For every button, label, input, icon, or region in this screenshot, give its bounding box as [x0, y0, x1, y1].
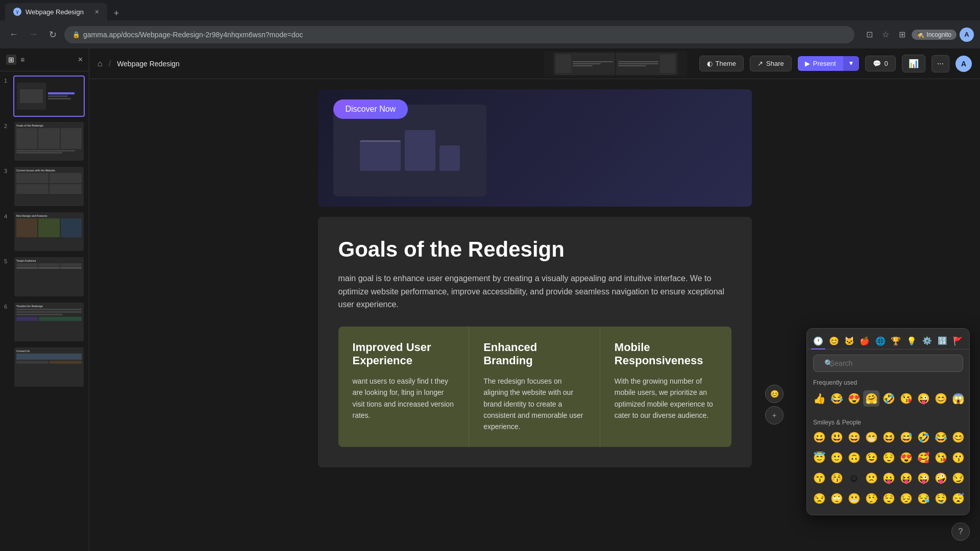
emoji-cat-recent[interactable]: 🕐	[811, 333, 825, 349]
present-dropdown-button[interactable]: ▼	[843, 56, 860, 71]
emoji-squinting[interactable]: 😝	[898, 470, 914, 486]
emoji-zany[interactable]: 🤪	[933, 470, 949, 486]
help-button[interactable]: ?	[951, 522, 970, 541]
active-tab[interactable]: γ Webpage Redesign ×	[5, 3, 107, 20]
emoji-pensive[interactable]: 😔	[898, 490, 914, 507]
emoji-rofl[interactable]: 🤣	[880, 390, 897, 407]
sidebar-slide-contact[interactable]: Contact Us	[4, 346, 85, 388]
emoji-relieved2[interactable]: 😌	[880, 490, 897, 507]
emoji-sweat[interactable]: 😅	[898, 429, 914, 445]
emoji-cat-objects[interactable]: 💡	[904, 333, 918, 349]
emoji-frown[interactable]: 🙁	[863, 470, 879, 486]
emoji-tongue[interactable]: 😛	[880, 470, 897, 486]
emoji-wink[interactable]: 😉	[863, 449, 879, 466]
sidebar-slide-5[interactable]: 5 Target Audience	[4, 256, 85, 297]
emoji-grimace[interactable]: 😬	[846, 490, 862, 507]
emoji-relaxed[interactable]: ☺️	[846, 470, 862, 486]
home-button[interactable]: ⌂	[97, 59, 103, 68]
emoji-kissing[interactable]: 😘	[898, 390, 914, 407]
breadcrumb-separator: /	[109, 59, 111, 68]
emoji-hugging[interactable]: 🤗	[863, 390, 879, 407]
theme-button[interactable]: ◐ Theme	[699, 56, 744, 71]
cta-button[interactable]: Discover Now	[333, 99, 408, 119]
sidebar-slide-3[interactable]: 3 Current Issues with the Website	[4, 166, 85, 207]
feature-card-1: Improved User Experience want users to e…	[338, 327, 470, 447]
emoji-slightly-smile[interactable]: 🙂	[828, 449, 845, 466]
emoji-sleeping[interactable]: 😴	[950, 490, 966, 507]
share-button[interactable]: ↗ Share	[750, 56, 792, 71]
present-button[interactable]: ▶ Present	[798, 56, 843, 71]
profile-avatar[interactable]: A	[960, 28, 974, 42]
emoji-kissing4[interactable]: 😙	[811, 470, 827, 486]
sidebar: ⊞ ≡ × 1	[0, 48, 89, 551]
emoji-kissing3[interactable]: 😗	[950, 449, 966, 466]
emoji-thumbsup[interactable]: 👍	[811, 390, 827, 407]
feature-card-2: Enhanced Branding The redesign focuses o…	[469, 327, 600, 447]
emoji-surprised[interactable]: 😱	[950, 390, 966, 407]
grid-view-toggle[interactable]: ⊞	[6, 55, 16, 65]
main-content: ⌂ / Webpage Redesign	[89, 48, 980, 551]
emoji-lol[interactable]: 😂	[828, 390, 845, 407]
cast-icon[interactable]: ⊡	[863, 28, 876, 41]
device-icon[interactable]: ⊞	[895, 28, 909, 41]
emoji-rofl2[interactable]: 🤣	[915, 429, 932, 445]
emoji-smile2[interactable]: 😄	[846, 429, 862, 445]
emoji-cat-symbols[interactable]: ⚙️	[920, 333, 934, 349]
emoji-heart-eyes2[interactable]: 😍	[898, 449, 914, 466]
emoji-cat-activities[interactable]: 🏆	[889, 333, 903, 349]
back-button[interactable]: ←	[6, 27, 21, 42]
emoji-frequently-used-section: Frequently used 👍 😂 😍 🤗 🤣 😘 😜 😊 😱	[807, 377, 969, 415]
emoji-wink-tongue[interactable]: 😜	[915, 390, 932, 407]
emoji-smiling-hearts[interactable]: 🥰	[915, 449, 932, 466]
features-grid: Improved User Experience want users to e…	[338, 327, 731, 447]
new-tab-button[interactable]: +	[109, 6, 124, 20]
emoji-smile3[interactable]: 😊	[950, 429, 966, 445]
emoji-unamused[interactable]: 😒	[811, 490, 827, 507]
emoji-heart-eyes[interactable]: 😍	[846, 390, 862, 407]
analytics-button[interactable]: 📊	[902, 55, 925, 72]
share-icon: ↗	[757, 60, 763, 67]
emoji-joy[interactable]: 😂	[933, 429, 949, 445]
emoji-eyeroll[interactable]: 🙄	[828, 490, 845, 507]
emoji-drooling[interactable]: 🤤	[933, 490, 949, 507]
emoji-cat-smileys[interactable]: 😊	[826, 333, 841, 349]
sidebar-slide-6[interactable]: 6 Timeline for Redesign	[4, 302, 85, 343]
breadcrumb-text: Webpage Redesign	[117, 60, 180, 68]
address-input[interactable]: 🔒 gamma.app/docs/Webpage-Redesign-2r98y4…	[64, 26, 854, 43]
emoji-wink-tongue2[interactable]: 😜	[915, 470, 932, 486]
emoji-smile[interactable]: 😊	[933, 390, 949, 407]
sidebar-close-button[interactable]: ×	[78, 55, 83, 64]
emoji-beam[interactable]: 😁	[863, 429, 879, 445]
emoji-sleepy[interactable]: 😪	[915, 490, 932, 507]
sidebar-slide-4[interactable]: 4 New Design and Features	[4, 211, 85, 253]
sidebar-slide-2[interactable]: 2 Goals of the Redesign	[4, 121, 85, 162]
sidebar-slide-1[interactable]: 1	[4, 76, 85, 117]
emoji-cat-numbers[interactable]: 🔢	[935, 333, 949, 349]
emoji-cat-flags[interactable]: 🚩	[951, 333, 965, 349]
emoji-innocent[interactable]: 😇	[811, 449, 827, 466]
floating-action-button-2[interactable]: +	[765, 406, 783, 424]
emoji-kissing5[interactable]: 😚	[828, 470, 845, 486]
floating-emoji-button[interactable]: 😊	[765, 385, 783, 403]
emoji-kissing2[interactable]: 😘	[933, 449, 949, 466]
user-avatar[interactable]: A	[955, 56, 972, 72]
emoji-cat-travel[interactable]: 🌐	[873, 333, 888, 349]
list-view-toggle[interactable]: ≡	[18, 55, 27, 65]
emoji-laugh[interactable]: 😆	[880, 429, 897, 445]
emoji-grin[interactable]: 😃	[828, 429, 845, 445]
bookmark-icon[interactable]: ☆	[879, 28, 892, 41]
emoji-lying[interactable]: 🤥	[863, 490, 879, 507]
emoji-search-input[interactable]	[813, 355, 963, 372]
emoji-relieved[interactable]: 😌	[880, 449, 897, 466]
refresh-button[interactable]: ↻	[45, 27, 60, 42]
emoji-cat-animals[interactable]: 🐱	[842, 333, 856, 349]
emoji-smirk[interactable]: 😏	[950, 470, 966, 486]
forward-button[interactable]: →	[26, 27, 41, 42]
comment-button[interactable]: 💬 0	[865, 56, 895, 71]
incognito-button[interactable]: 🕵 Incognito	[912, 30, 957, 40]
emoji-grinning[interactable]: 😀	[811, 429, 827, 445]
more-button[interactable]: ···	[932, 55, 949, 72]
emoji-cat-food[interactable]: 🍎	[857, 333, 872, 349]
tab-close-icon[interactable]: ×	[95, 8, 99, 16]
emoji-upside-down[interactable]: 🙃	[846, 449, 862, 466]
